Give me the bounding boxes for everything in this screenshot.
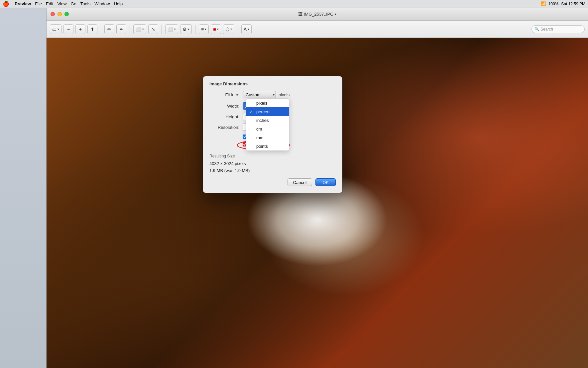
shapes-icon: ⬜	[136, 27, 141, 32]
resulting-dimensions: 4032 × 3024 pixels	[209, 161, 336, 166]
ok-button[interactable]: OK	[315, 178, 336, 186]
close-button[interactable]	[51, 12, 55, 16]
title-dropdown-arrow[interactable]: ▾	[335, 12, 336, 16]
cancel-button[interactable]: Cancel	[288, 178, 312, 186]
menubar: 🍎 Preview File Edit View Go Tools Window…	[0, 0, 588, 8]
toolbar-divider-4	[195, 25, 195, 34]
window-controls	[51, 12, 69, 16]
dropdown-item-mm[interactable]: mm	[246, 133, 289, 142]
search-placeholder: Search	[540, 27, 553, 32]
unit-text-label: pixels	[279, 92, 290, 97]
fit-into-select[interactable]: Custom	[243, 91, 276, 98]
style-arrow: ▾	[230, 28, 232, 31]
resulting-size-title: Resulting Size	[209, 154, 336, 158]
photo-content: Image Dimensions Fit into: Custom ▾ pixe…	[47, 38, 588, 368]
pencil-icon: ✏	[107, 27, 111, 32]
zoom-in-button[interactable]: +	[75, 24, 85, 34]
toolbar-divider-5	[238, 25, 238, 34]
resulting-filesize: 1.9 MB (was 1.9 MB)	[209, 168, 336, 173]
menu-file[interactable]: File	[35, 1, 42, 6]
dialog-area: Image Dimensions Fit into: Custom ▾ pixe…	[47, 38, 588, 368]
resulting-size-section: Resulting Size 4032 × 3024 pixels 1.9 MB…	[209, 151, 336, 173]
resolution-label: Resolution:	[209, 125, 239, 130]
fit-into-label: Fit into:	[209, 92, 239, 97]
sidebar-strip	[0, 8, 47, 368]
menubar-right: 📶 100% Sat 12:59 PM	[540, 1, 585, 6]
style-button[interactable]: ⬡ ▾	[223, 24, 234, 34]
dialog-buttons: Cancel OK	[209, 178, 336, 186]
menu-help[interactable]: Help	[114, 1, 123, 6]
dropdown-label-pixels: pixels	[256, 101, 267, 106]
text-button[interactable]: A ▾	[241, 24, 252, 34]
zoom-out-button[interactable]: −	[63, 24, 73, 34]
wifi-icon[interactable]: 📶	[540, 1, 546, 6]
clock: Sat 12:59 PM	[561, 2, 585, 6]
select-button[interactable]: ⬜ ▾	[165, 24, 178, 34]
menu-window[interactable]: Window	[94, 1, 110, 6]
text-arrow: ▾	[248, 28, 249, 31]
select-icon: ⬜	[168, 27, 173, 32]
dropdown-item-cm[interactable]: cm	[246, 125, 289, 133]
markup-button[interactable]: ✒	[116, 24, 126, 34]
window-title: 🖼 IMG_2537.JPG ▾	[298, 12, 337, 17]
adjust-icon: ⚙	[182, 27, 187, 32]
zoom-in-icon: +	[79, 27, 82, 32]
share-button[interactable]: ⬆	[87, 24, 97, 34]
dropdown-item-points[interactable]: points	[246, 142, 289, 150]
sidebar-icon: ▭	[52, 27, 57, 32]
menu-edit[interactable]: Edit	[46, 1, 53, 6]
color-icon: ■	[213, 27, 216, 32]
fit-into-row: Fit into: Custom ▾ pixels p	[209, 91, 336, 98]
check-percent: ✓	[250, 110, 255, 114]
toolbar-divider-3	[162, 25, 162, 34]
menu-tools[interactable]: Tools	[80, 1, 90, 6]
height-label: Height:	[209, 114, 239, 119]
pencil-tool-button[interactable]: ✏	[104, 24, 114, 34]
unit-dropdown-menu[interactable]: pixels ✓ percent inches	[246, 98, 289, 151]
dropdown-label-mm: mm	[256, 135, 264, 140]
menu-preview[interactable]: Preview	[15, 1, 31, 6]
dropdown-item-percent[interactable]: ✓ percent	[246, 107, 289, 116]
color-button[interactable]: ■ ▾	[211, 24, 221, 34]
dropdown-label-percent: percent	[256, 109, 271, 114]
menu-go[interactable]: Go	[70, 1, 76, 6]
main-window: 🖼 IMG_2537.JPG ▾ ▭ ▾ − + ⬆ ✏ ✒ ⬜ ▾	[47, 8, 588, 368]
image-dimensions-dialog: Image Dimensions Fit into: Custom ▾ pixe…	[203, 76, 342, 193]
file-icon: 🖼	[298, 12, 302, 17]
arrange-arrow: ▾	[205, 28, 206, 31]
toolbar: ▭ ▾ − + ⬆ ✏ ✒ ⬜ ▾ ⤡ ⬜ ▾	[47, 21, 588, 38]
menu-view[interactable]: View	[58, 1, 67, 6]
toolbar-divider-1	[101, 25, 101, 34]
photo-background: Image Dimensions Fit into: Custom ▾ pixe…	[47, 38, 588, 368]
arrange-icon: ≡	[201, 27, 204, 32]
sidebar-toggle-button[interactable]: ▭ ▾	[50, 24, 61, 34]
apple-menu[interactable]: 🍎	[3, 1, 9, 7]
dropdown-item-pixels[interactable]: pixels	[246, 99, 289, 107]
zoom-out-icon: −	[67, 27, 70, 32]
shapes-arrow: ▾	[142, 28, 144, 31]
arrange-button[interactable]: ≡ ▾	[199, 24, 209, 34]
share-icon: ⬆	[90, 27, 94, 32]
fit-into-select-wrapper: Custom ▾	[243, 91, 276, 98]
dropdown-label-points: points	[256, 144, 268, 149]
titlebar: 🖼 IMG_2537.JPG ▾	[47, 8, 588, 21]
toolbar-divider-2	[130, 25, 130, 34]
battery-indicator: 100%	[548, 2, 559, 6]
minimize-button[interactable]	[58, 12, 62, 16]
search-bar[interactable]: 🔍 Search	[531, 25, 585, 33]
markup-icon: ✒	[119, 27, 123, 32]
maximize-button[interactable]	[64, 12, 69, 16]
shapes-button[interactable]: ⬜ ▾	[133, 24, 146, 34]
adjust-arrow: ▾	[188, 28, 189, 31]
dropdown-label-cm: cm	[256, 127, 262, 132]
crop-button[interactable]: ⤡	[148, 24, 158, 34]
dropdown-label-inches: inches	[256, 118, 269, 123]
style-icon: ⬡	[225, 27, 229, 32]
width-label: Width:	[209, 104, 239, 109]
dialog-title: Image Dimensions	[209, 81, 336, 86]
dropdown-item-inches[interactable]: inches	[246, 116, 289, 125]
crop-icon: ⤡	[151, 27, 155, 32]
dropdown-arrow-icon: ▾	[58, 28, 59, 31]
adjust-button[interactable]: ⚙ ▾	[180, 24, 192, 34]
color-arrow: ▾	[217, 28, 219, 31]
